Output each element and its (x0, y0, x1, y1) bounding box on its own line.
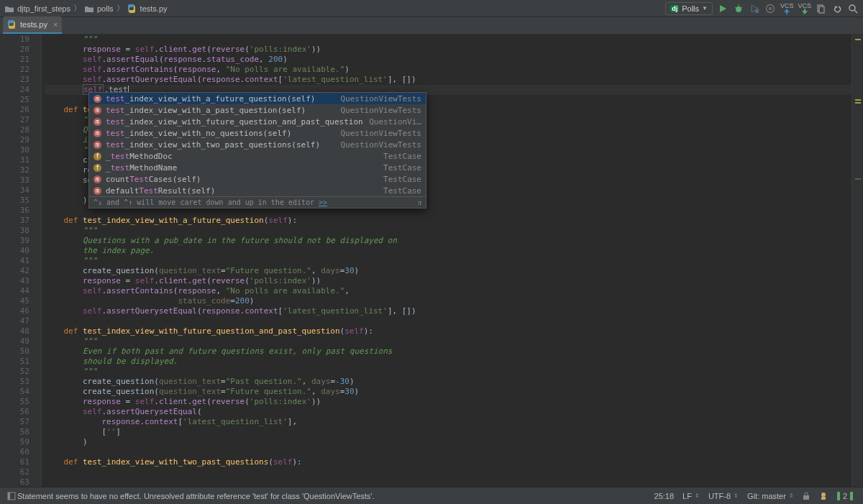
breadcrumb-folder[interactable]: polls (84, 4, 114, 13)
completion-name: _testMethodDoc (106, 152, 379, 161)
breadcrumb-file[interactable]: tests.py (127, 4, 168, 13)
line-number: 56 (0, 407, 29, 417)
encoding-selector[interactable]: UTF-8⇕ (704, 492, 743, 500)
line-number: 55 (0, 397, 29, 407)
svg-line-11 (854, 10, 857, 13)
pi-icon: π (418, 198, 421, 206)
line-number: 39 (0, 236, 29, 246)
warning-marker[interactable] (855, 39, 861, 40)
completion-item[interactable]: mtest_index_view_with_a_future_question(… (89, 93, 426, 104)
line-number: 37 (0, 216, 29, 226)
code-line: create_question(question_text="Future qu… (45, 387, 851, 397)
code-line: """ (45, 256, 851, 266)
field-icon: f (93, 164, 101, 172)
completion-class: QuestionViewTests (340, 106, 421, 115)
error-stripe[interactable] (851, 35, 863, 487)
close-tab-icon[interactable]: × (53, 20, 58, 29)
folder-icon (84, 4, 94, 13)
warning-marker[interactable] (855, 99, 861, 101)
chevron-down-icon: ▼ (702, 5, 708, 12)
completion-name: test_index_view_with_future_question_and… (106, 117, 365, 127)
search-everywhere-button[interactable] (847, 3, 859, 14)
hector-indicator[interactable] (814, 491, 833, 501)
line-number: 28 (0, 125, 29, 135)
run-configuration-selector[interactable]: dj Polls ▼ (665, 2, 713, 15)
completion-item[interactable]: f_testMethodDocTestCase (89, 150, 426, 162)
breadcrumb-label: tests.py (140, 4, 168, 13)
completion-item[interactable]: mtest_index_view_with_two_past_questions… (89, 139, 426, 150)
completion-name: test_index_view_with_a_future_question(s… (106, 94, 336, 104)
method-icon: m (93, 129, 101, 137)
code-line: self.assertContains(response, "No polls … (45, 65, 851, 75)
hector-icon (818, 491, 828, 501)
code-line: """ (45, 35, 851, 45)
git-branch-selector[interactable]: Git: master⇕ (743, 492, 798, 500)
line-number: 40 (0, 246, 29, 256)
vcs-change-marker[interactable] (855, 178, 861, 180)
completion-more-link[interactable]: >> (319, 198, 327, 206)
vcs-commit-button[interactable]: VCS (798, 3, 811, 14)
completion-item[interactable]: mtest_index_view_with_future_question_an… (89, 116, 426, 127)
vcs-label: VCS (798, 3, 811, 9)
completion-name: countTestCases(self) (106, 175, 379, 184)
file-tab-tests[interactable]: tests.py × (3, 17, 62, 34)
line-number: 52 (0, 367, 29, 377)
background-tasks[interactable]: 2 (833, 492, 857, 500)
breadcrumb-label: djtp_first_steps (17, 4, 70, 13)
completion-item[interactable]: mcountTestCases(self)TestCase (89, 173, 426, 185)
svg-point-10 (849, 5, 855, 11)
history-button[interactable] (816, 3, 827, 14)
tab-label: tests.py (20, 20, 47, 29)
line-number: 25 (0, 95, 29, 105)
breadcrumb-root[interactable]: djtp_first_steps (4, 4, 70, 13)
line-number: 60 (0, 447, 29, 457)
read-only-toggle[interactable] (798, 492, 814, 500)
svg-line-3 (741, 7, 742, 8)
line-number: 27 (0, 115, 29, 125)
line-number: 43 (0, 276, 29, 286)
code-line: create_question(question_text="Past ques… (45, 377, 851, 387)
code-line: self.assertEqual(response.status_code, 2… (45, 55, 851, 65)
warning-marker[interactable] (855, 102, 861, 104)
code-line: response = self.client.get(reverse('poll… (45, 45, 851, 55)
lock-icon (803, 492, 810, 500)
run-button[interactable] (717, 3, 729, 14)
line-number: 62 (0, 467, 29, 477)
vcs-update-button[interactable]: VCS (780, 3, 794, 14)
completion-item[interactable]: mdefaultTestResult(self)TestCase (89, 185, 426, 196)
tool-window-button[interactable] (6, 490, 17, 502)
completion-popup[interactable]: mtest_index_view_with_a_future_question(… (88, 92, 426, 209)
method-icon: m (93, 106, 101, 114)
line-number: 23 (0, 75, 29, 85)
code-editor[interactable]: 1920212223242526272829303132333435363738… (0, 35, 863, 487)
progress-indicator (837, 492, 840, 500)
method-icon: m (93, 118, 101, 126)
completion-class: TestCase (383, 175, 421, 184)
run-config-label: Polls (682, 4, 699, 13)
line-separator-selector[interactable]: LF⇕ (678, 492, 704, 500)
stop-button[interactable] (764, 3, 776, 14)
top-toolbar: djtp_first_steps 〉 polls 〉 tests.py dj P… (0, 0, 863, 17)
code-line: self.assertQuerysetEqual(response.contex… (45, 306, 851, 316)
line-number: 34 (0, 185, 29, 196)
completion-item[interactable]: mtest_index_view_with_a_past_question(se… (89, 104, 426, 116)
completion-name: test_index_view_with_two_past_questions(… (106, 140, 336, 150)
completion-footer: ^↓ and ^↑ will move caret down and up in… (89, 196, 426, 208)
line-number: 35 (0, 196, 29, 206)
caret-position[interactable]: 25:18 (650, 492, 679, 500)
completion-item[interactable]: mtest_index_view_with_no_questions(self)… (89, 127, 426, 139)
undo-button[interactable] (831, 3, 843, 14)
toolbar-right: dj Polls ▼ VCS VCS (665, 2, 859, 15)
line-number: 63 (0, 477, 29, 487)
completion-name: defaultTestResult(self) (106, 186, 379, 196)
completion-item[interactable]: f_testMethodNameTestCase (89, 162, 426, 173)
code-line: Questions with a pub_date in the future … (45, 236, 851, 246)
completion-name: _testMethodName (106, 163, 379, 173)
editor-tabs: tests.py × (0, 17, 863, 35)
code-line: self.assertQuerysetEqual( (45, 407, 851, 417)
line-number: 29 (0, 135, 29, 145)
line-number: 42 (0, 266, 29, 276)
completion-name: test_index_view_with_a_past_question(sel… (106, 106, 336, 115)
run-with-coverage-button[interactable] (749, 3, 760, 14)
debug-button[interactable] (733, 3, 744, 14)
